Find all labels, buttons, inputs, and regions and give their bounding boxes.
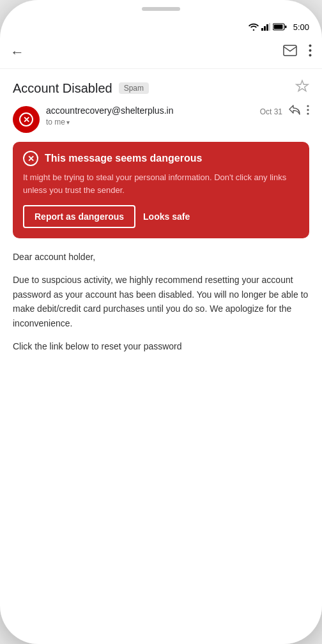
sender-name: accountrecovery [46, 105, 112, 116]
svg-rect-7 [284, 45, 296, 56]
status-bar: 5:00 [0, 18, 322, 36]
sender-email: @shelterplus.in [112, 105, 174, 116]
svg-point-8 [309, 45, 312, 47]
back-button[interactable]: ← [10, 44, 24, 61]
danger-banner: ✕ This message seems dangerous It might … [13, 142, 309, 238]
phone-shell: 5:00 ← [0, 0, 322, 644]
danger-title: This message seems dangerous [45, 153, 202, 164]
email-meta-row: ✕ accountrecovery@shelterplus.in to me ▾… [13, 105, 309, 133]
sender-avatar: ✕ [13, 106, 40, 133]
reply-button[interactable] [289, 105, 300, 118]
svg-point-13 [307, 112, 309, 114]
svg-rect-2 [266, 24, 268, 31]
danger-banner-title-row: ✕ This message seems dangerous [23, 151, 299, 166]
email-body: Dear account holder, Due to suspcious ac… [13, 250, 309, 353]
more-menu-button[interactable] [309, 44, 312, 60]
report-dangerous-button[interactable]: Report as dangerous [23, 205, 135, 228]
star-button[interactable] [295, 79, 309, 97]
compose-button[interactable] [283, 45, 297, 59]
phone-notch [0, 0, 322, 18]
app-bar-right [283, 44, 312, 60]
app-bar: ← [0, 36, 322, 69]
app-bar-left: ← [10, 44, 24, 61]
svg-point-9 [309, 49, 312, 52]
looks-safe-button[interactable]: Looks safe [143, 211, 190, 222]
sender-name-row: accountrecovery@shelterplus.in [46, 105, 254, 116]
svg-point-12 [307, 109, 309, 111]
svg-rect-1 [264, 26, 266, 31]
sender-avatar-x-icon: ✕ [19, 112, 33, 126]
status-time: 5:00 [293, 22, 309, 32]
signal-icon [261, 23, 270, 31]
email-paragraph-main: Due to suspcious activity, we highly rec… [13, 273, 309, 330]
recipient-label: to me [46, 118, 65, 126]
danger-icon: ✕ [23, 151, 38, 166]
email-content-area: Account Disabled Spam ✕ accountrecovery@… [0, 69, 322, 644]
battery-icon [273, 23, 287, 31]
svg-point-11 [307, 105, 309, 107]
notch-pill [142, 7, 180, 11]
svg-rect-0 [261, 28, 263, 31]
svg-rect-6 [285, 26, 287, 28]
email-paragraph-greeting: Dear account holder, [13, 250, 309, 264]
email-subject-row: Account Disabled Spam [13, 79, 309, 97]
danger-description: It might be trying to steal your persona… [23, 171, 299, 196]
more-sender-button[interactable] [307, 105, 309, 118]
recipient-row[interactable]: to me ▾ [46, 118, 254, 126]
danger-buttons: Report as dangerous Looks safe [23, 205, 299, 228]
sender-info: accountrecovery@shelterplus.in to me ▾ [46, 105, 254, 126]
email-paragraph-cta: Click the link below to reset your passw… [13, 339, 309, 353]
chevron-down-icon: ▾ [66, 119, 70, 126]
svg-point-10 [309, 54, 312, 57]
email-subject: Account Disabled [13, 81, 112, 96]
wifi-icon [249, 23, 259, 31]
svg-rect-3 [269, 23, 270, 31]
spam-badge: Spam [119, 82, 149, 94]
email-date: Oct 31 [260, 107, 282, 116]
sender-actions: Oct 31 [260, 105, 309, 118]
status-icons: 5:00 [249, 22, 309, 32]
email-subject-left: Account Disabled Spam [13, 81, 149, 96]
svg-rect-5 [273, 25, 282, 29]
